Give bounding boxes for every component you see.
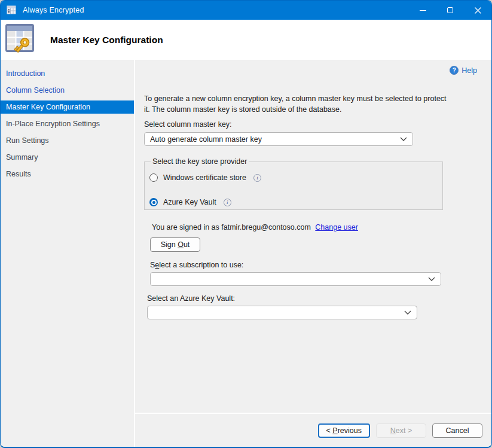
master-key-dropdown-value: Auto generate column master key [150,135,262,144]
sidebar-item-introduction[interactable]: Introduction [1,65,134,82]
minimize-icon [420,10,426,11]
table-key-icon [5,24,34,56]
footer: < Previous Next > Cancel [135,414,491,447]
page-title: Master Key Configuration [50,35,163,45]
master-key-label: Select column master key: [144,120,479,129]
azure-key-vault-dropdown[interactable] [147,306,417,319]
info-icon[interactable]: i [253,174,261,182]
windows-certificate-store-option: Windows certificate store i [149,173,436,182]
info-icon[interactable]: i [224,199,231,206]
window-controls [409,1,491,20]
signed-in-row: You are signed in as fatmir.bregu@contos… [152,223,479,231]
app-table-key-icon [7,5,17,15]
help-label: Help [462,66,477,75]
help-link[interactable]: ? Help [450,66,477,75]
change-user-link[interactable]: Change user [315,223,358,231]
wizard-steps-sidebar: Introduction Column Selection Master Key… [1,60,134,447]
close-button[interactable] [464,1,491,20]
description-text: To generate a new column encryption key,… [144,93,479,115]
key-store-provider-group: Select the key store provider Windows ce… [144,157,443,210]
sidebar-item-results[interactable]: Results [1,166,134,182]
sidebar-item-run-settings[interactable]: Run Settings [1,132,134,149]
always-encrypted-dialog: Always Encrypted [0,0,492,448]
windows-certificate-store-label[interactable]: Windows certificate store [163,173,246,182]
main-content: ? Help To generate a new column encrypti… [135,60,491,413]
key-store-provider-group-title: Select the key store provider [151,157,249,166]
sidebar-item-in-place-encryption[interactable]: In-Place Encryption Settings [1,115,134,132]
close-icon [475,7,481,14]
azure-key-vault-option: Azure Key Vault i [149,198,436,206]
windows-certificate-store-radio[interactable] [149,173,158,182]
help-icon: ? [450,66,459,75]
previous-button[interactable]: < Previous [318,423,370,438]
subscription-dropdown[interactable] [150,272,441,286]
azure-key-vault-radio[interactable] [149,198,158,206]
sidebar-item-master-key-configuration[interactable]: Master Key Configuration [1,100,134,114]
titlebar: Always Encrypted [1,1,491,20]
master-key-dropdown[interactable]: Auto generate column master key [144,132,413,146]
azure-key-vault-select-label: Select an Azure Key Vault: [147,294,479,303]
maximize-button[interactable] [436,1,464,20]
subscription-label: Select a subscription to use: [150,261,479,269]
sidebar-item-column-selection[interactable]: Column Selection [1,82,134,99]
chevron-down-icon [428,277,435,281]
cancel-button[interactable]: Cancel [432,423,482,438]
chevron-down-icon [400,137,407,141]
azure-key-vault-label[interactable]: Azure Key Vault [163,198,216,206]
wizard-header: Master Key Configuration [1,20,491,60]
maximize-icon [447,7,453,13]
minimize-button[interactable] [409,1,436,20]
signed-in-text: You are signed in as fatmir.bregu@contos… [152,223,311,231]
sign-out-button[interactable]: Sign Out [150,237,200,252]
window-title: Always Encrypted [23,6,84,14]
sidebar-item-summary[interactable]: Summary [1,149,134,166]
next-button[interactable]: Next > [376,423,426,438]
chevron-down-icon [404,310,411,315]
